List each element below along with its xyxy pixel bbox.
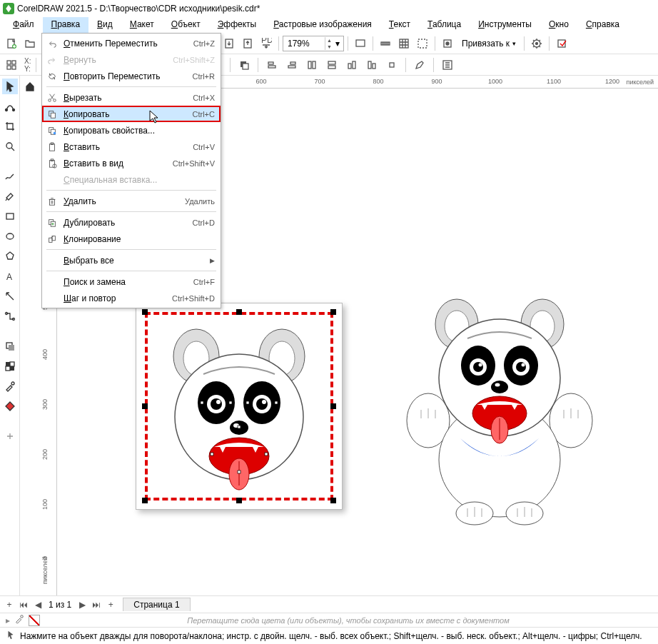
svg-point-21 (446, 42, 449, 45)
dropshadow-tool[interactable] (2, 338, 18, 354)
svg-rect-83 (211, 453, 213, 456)
menu-справка[interactable]: Справка (577, 17, 628, 33)
snap-dropdown[interactable]: Привязать к▾ (457, 39, 520, 49)
svg-rect-38 (328, 61, 335, 64)
eyedropper-icon[interactable] (14, 614, 24, 626)
menu-инструменты[interactable]: Инструменты (470, 17, 540, 33)
order-button[interactable] (236, 56, 253, 74)
home-button[interactable] (22, 79, 38, 94)
fill-tool[interactable] (2, 398, 18, 414)
new-doc-button[interactable] (3, 35, 20, 52)
menuitem-шаг-и-повтор[interactable]: Шаг и повторCtrl+Shift+D (42, 290, 221, 306)
prev-page-button[interactable]: ◀ (31, 598, 44, 611)
selection-handle[interactable] (142, 403, 148, 409)
zoom-input[interactable] (288, 39, 323, 49)
open-button[interactable] (21, 35, 39, 52)
first-page-button[interactable]: ⏮ (17, 598, 30, 611)
menuitem-копировать-свойства-[interactable]: Копировать свойства... (42, 122, 221, 139)
selection-handle[interactable] (330, 309, 336, 315)
menu-таблица[interactable]: Таблица (419, 17, 470, 33)
freehand-tool[interactable] (2, 168, 18, 184)
menuitem-выбрать-все[interactable]: Выбрать все▶ (42, 252, 221, 268)
align-button-5[interactable] (343, 56, 360, 74)
menu-правка[interactable]: Правка (43, 17, 89, 33)
connector-tool[interactable] (2, 308, 18, 324)
presets-button[interactable] (3, 56, 20, 74)
palette-arrow-icon[interactable]: ▸ (6, 615, 10, 625)
selection-handle[interactable] (330, 498, 336, 503)
guides-button[interactable] (414, 35, 431, 52)
menu-файл[interactable]: Файл (4, 17, 43, 33)
options-button[interactable] (528, 35, 545, 52)
menuitem-дублировать[interactable]: ДублироватьCtrl+D (42, 214, 221, 231)
selection-handle[interactable] (236, 309, 242, 315)
svg-point-109 (54, 99, 56, 101)
app-logo-icon (3, 3, 14, 14)
menu-растровые изображения[interactable]: Растровые изображения (265, 17, 380, 33)
export-button[interactable] (239, 35, 256, 52)
rulers-button[interactable] (377, 35, 394, 52)
dimension-tool[interactable] (2, 288, 18, 304)
page-tab[interactable]: Страница 1 (123, 598, 190, 611)
polygon-tool[interactable] (2, 248, 18, 264)
add-page-after-button[interactable]: + (104, 598, 117, 611)
menu-эффекты[interactable]: Эффекты (209, 17, 265, 33)
fullscreen-button[interactable] (352, 35, 369, 52)
svg-point-108 (49, 99, 51, 101)
align-button-6[interactable] (363, 56, 380, 74)
eyedropper-tool[interactable] (2, 378, 18, 394)
align-button-2[interactable] (283, 56, 300, 74)
menuitem-вставить[interactable]: ВставитьCtrl+V (42, 139, 221, 155)
outline-pen-button[interactable] (411, 56, 428, 74)
next-page-button[interactable]: ▶ (76, 598, 88, 611)
menu-объект[interactable]: Объект (163, 17, 209, 33)
align-button-3[interactable] (303, 56, 320, 74)
menuitem-вставить-в-вид[interactable]: Вставить в видCtrl+Shift+V (42, 155, 221, 171)
menu-текст[interactable]: Текст (380, 17, 419, 33)
ellipse-tool[interactable] (2, 228, 18, 244)
artistic-tool[interactable] (2, 188, 18, 204)
align-button-7[interactable] (383, 56, 400, 74)
menu-окно[interactable]: Окно (540, 17, 577, 33)
shape-tool[interactable] (2, 99, 18, 114)
dog-head-artwork (161, 324, 318, 495)
menuitem-копировать[interactable]: КопироватьCtrl+C (42, 106, 221, 122)
selection-handle[interactable] (330, 403, 336, 409)
svg-rect-25 (7, 61, 11, 64)
menu-макет[interactable]: Макет (121, 17, 163, 33)
menuitem-повторить-переместить[interactable]: Повторить ПереместитьCtrl+R (42, 68, 221, 84)
svg-point-114 (54, 131, 56, 134)
no-fill-icon[interactable] (29, 615, 40, 626)
selection-handle[interactable] (142, 309, 148, 315)
svg-rect-42 (368, 61, 371, 69)
menuitem-отменить-переместить[interactable]: Отменить ПереместитьCtrl+Z (42, 35, 221, 51)
align-button-1[interactable] (263, 56, 280, 74)
add-tool-button[interactable] (2, 428, 18, 444)
launch-button[interactable] (553, 35, 570, 52)
wrap-button[interactable] (439, 56, 456, 74)
text-tool[interactable]: A (2, 268, 18, 284)
transparency-tool[interactable] (2, 358, 18, 374)
svg-point-104 (491, 381, 508, 393)
svg-rect-59 (10, 366, 14, 371)
selection-handle[interactable] (142, 498, 148, 503)
menu-вид[interactable]: Вид (88, 17, 121, 33)
crop-tool[interactable] (2, 119, 18, 134)
rectangle-tool[interactable] (2, 208, 18, 224)
selection-handle[interactable] (236, 498, 242, 503)
pick-tool[interactable] (2, 79, 18, 94)
menuitem-удалить[interactable]: УдалитьУдалить (42, 193, 221, 209)
pdf-button[interactable]: PDF (258, 35, 275, 52)
toolbox: A (0, 76, 20, 595)
menuitem-вырезать[interactable]: ВырезатьCtrl+X (42, 89, 221, 106)
snap-icon[interactable] (439, 35, 456, 52)
align-button-4[interactable] (323, 56, 340, 74)
zoom-combo[interactable]: ▲▼ ▾ (283, 36, 344, 51)
menuitem-поиск-и-замена[interactable]: Поиск и заменаCtrl+F (42, 273, 221, 290)
import-button[interactable] (221, 35, 238, 52)
menuitem-клонирование[interactable]: Клонирование (42, 231, 221, 247)
add-page-button[interactable]: + (3, 598, 16, 611)
last-page-button[interactable]: ⏭ (90, 598, 103, 611)
grid-button[interactable] (395, 35, 412, 52)
zoom-tool[interactable] (2, 139, 18, 154)
